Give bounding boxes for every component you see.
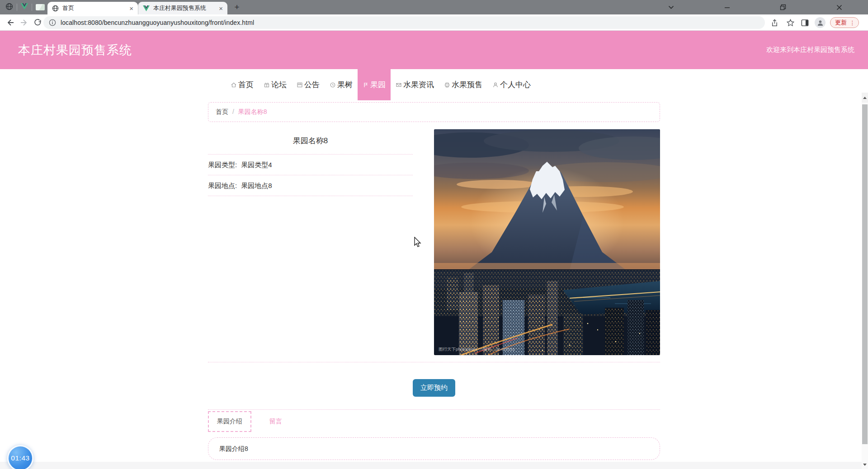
field-label: 果园地点:: [208, 182, 237, 189]
nav-label: 水果预售: [452, 80, 482, 90]
site-page: 本庄村果园预售系统 欢迎来到本庄村果园预售系统 首页 论坛 公告 果树: [0, 31, 868, 469]
divider: [208, 362, 660, 362]
update-label: 更新: [835, 19, 847, 27]
presale-printer-icon: [444, 82, 450, 88]
side-panel-icon[interactable]: [799, 17, 810, 28]
photo-watermark: 图行天下photophoto.cn编号：26413151: [439, 347, 515, 352]
breadcrumb-home-link[interactable]: 首页: [216, 108, 228, 115]
tab-close-icon[interactable]: ×: [129, 5, 133, 12]
new-tab-button[interactable]: +: [231, 1, 243, 13]
nav-label: 果园: [370, 80, 386, 90]
browser-tab-home[interactable]: 首页 ×: [47, 2, 138, 14]
nav-item-fruit-news[interactable]: 水果资讯: [391, 69, 439, 100]
tab-title: 本庄村果园预售系统: [153, 4, 216, 12]
forum-icon: [264, 82, 270, 88]
nav-item-fruit-trees[interactable]: 果树: [325, 69, 358, 100]
nav-label: 公告: [304, 80, 320, 90]
field-value: 果园类型4: [241, 161, 272, 169]
site-header: 本庄村果园预售系统 欢迎来到本庄村果园预售系统: [0, 31, 868, 69]
forward-button[interactable]: [17, 16, 31, 29]
tab-search-chevron-icon[interactable]: [662, 0, 680, 14]
nav-item-user-center[interactable]: 个人中心: [487, 69, 536, 100]
nav-label: 水果资讯: [403, 80, 434, 90]
back-button[interactable]: [4, 16, 17, 29]
nav-item-orchard[interactable]: 果园: [358, 69, 391, 100]
orchard-location-row: 果园地点: 果园地点8: [208, 175, 413, 196]
browser-toolbar: localhost:8080/bencunzhuangguoyuanyushou…: [0, 14, 868, 31]
breadcrumb: 首页 / 果园名称8: [208, 102, 660, 122]
fuji-cityscape-image: 图行天下photophoto.cn编号：26413151: [434, 129, 660, 355]
pinned-tabs: [0, 0, 47, 14]
globe-icon: [52, 5, 59, 12]
bookmark-star-icon[interactable]: [785, 17, 796, 28]
browser-tab-site[interactable]: 本庄村果园预售系统 ×: [138, 2, 227, 14]
restore-button[interactable]: [774, 0, 792, 14]
breadcrumb-separator: /: [232, 108, 234, 115]
vue-icon[interactable]: [21, 3, 28, 11]
scrollbar-down-arrow[interactable]: [862, 461, 868, 468]
reserve-now-button[interactable]: 立即预约: [413, 379, 455, 397]
share-icon[interactable]: [769, 17, 779, 28]
site-info-icon[interactable]: [49, 19, 56, 26]
user-icon: [492, 82, 499, 88]
scrollbar-up-arrow[interactable]: [862, 93, 868, 103]
pinned-separator: [17, 4, 17, 11]
tab-orchard-intro[interactable]: 果园介绍: [208, 411, 251, 432]
breadcrumb-current: 果园名称8: [238, 108, 267, 115]
nav-item-fruit-presale[interactable]: 水果预售: [439, 69, 487, 100]
orchard-type-row: 果园类型: 果园类型4: [208, 155, 413, 175]
site-title: 本庄村果园预售系统: [18, 42, 132, 58]
address-bar[interactable]: localhost:8080/bencunzhuangguoyuanyushou…: [43, 16, 765, 29]
orchard-intro-text: 果园介绍8: [208, 437, 660, 460]
nav-item-announcements[interactable]: 公告: [292, 69, 325, 100]
home-icon: [231, 82, 237, 88]
kebab-menu-icon[interactable]: ⋮: [849, 19, 855, 26]
orchard-info-panel: 果园名称8 果园类型: 果园类型4 果园地点: 果园地点8: [208, 129, 413, 355]
nav-label: 个人中心: [500, 80, 531, 90]
recording-timer-badge[interactable]: 01:43: [7, 445, 33, 469]
tree-icon: [330, 82, 336, 88]
nav-label: 果树: [337, 80, 353, 90]
orchard-flag-icon: [363, 82, 369, 88]
orchard-name: 果园名称8: [208, 129, 413, 155]
minimize-button[interactable]: [718, 0, 736, 14]
window-controls: [656, 0, 868, 14]
field-label: 果园类型:: [208, 161, 237, 169]
refresh-button[interactable]: [31, 16, 44, 29]
tab-close-icon[interactable]: ×: [219, 5, 223, 12]
welcome-text: 欢迎来到本庄村果园预售系统: [766, 46, 854, 54]
nav-label: 首页: [238, 80, 254, 90]
field-value: 果园地点8: [241, 182, 272, 189]
url-text: localhost:8080/bencunzhuangguoyuanyushou…: [61, 19, 254, 26]
nav-label: 论坛: [271, 80, 287, 90]
pinned-tab-thumbnail[interactable]: [36, 4, 45, 10]
globe-icon[interactable]: [5, 3, 13, 12]
browser-tabstrip: 首页 × 本庄村果园预售系统 × +: [0, 0, 868, 14]
vue-icon: [143, 5, 150, 11]
detail-tabs: 果园介绍 留言: [208, 411, 660, 432]
orchard-photo: 图行天下photophoto.cn编号：26413151: [434, 129, 660, 355]
profile-avatar[interactable]: [815, 17, 826, 28]
pinned-separator: [32, 4, 32, 11]
news-envelope-icon: [396, 82, 402, 88]
scrollbar-thumb[interactable]: [862, 104, 868, 444]
close-window-button[interactable]: [830, 0, 848, 14]
browser-update-button[interactable]: 更新 ⋮: [830, 17, 859, 28]
announcement-icon: [297, 82, 303, 88]
mouse-cursor: [414, 237, 423, 249]
divider: [208, 409, 660, 410]
footer-band: [0, 462, 868, 469]
main-nav: 首页 论坛 公告 果树 果园 水果资讯: [0, 69, 868, 100]
nav-item-home[interactable]: 首页: [226, 69, 259, 100]
page-scrollbar[interactable]: [862, 93, 868, 469]
tab-comments[interactable]: 留言: [261, 412, 290, 431]
nav-item-forum[interactable]: 论坛: [259, 69, 292, 100]
tab-title: 首页: [62, 4, 127, 12]
